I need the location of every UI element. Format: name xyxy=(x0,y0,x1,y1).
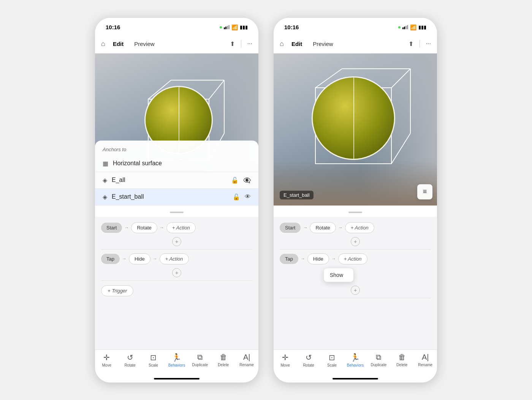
left-toolbar-behaviors[interactable]: 🏃 Behaviors xyxy=(165,353,188,367)
right-rotate-action[interactable]: Rotate xyxy=(310,222,336,233)
left-toolbar-rename[interactable]: A| Rename xyxy=(235,353,258,367)
left-toolbar-rotate[interactable]: ↺ Rotate xyxy=(118,353,141,367)
left-add-row-1: + xyxy=(101,267,252,279)
left-popup-item-0[interactable]: ▦ Horizontal surface xyxy=(95,155,258,172)
right-time: 10:16 xyxy=(284,24,299,30)
behaviors-icon: 🏃 xyxy=(172,353,181,362)
left-home-bar xyxy=(154,378,200,379)
right-hide-action[interactable]: Hide xyxy=(307,253,329,264)
right-behavior-row-0: Start → Rotate → + Action + xyxy=(280,220,431,250)
rename-label: Rename xyxy=(239,363,254,367)
left-toolbar-delete[interactable]: 🗑 Delete xyxy=(212,353,235,367)
right-ball xyxy=(312,76,395,160)
eye-off-icon-0[interactable]: 👁‍🗨 xyxy=(243,177,251,184)
left-popup-item-1[interactable]: ◈ E_all 🔓 👁‍🗨 xyxy=(95,172,258,189)
right-tap-trigger[interactable]: Tap xyxy=(280,254,298,264)
scale-icon: ⊡ xyxy=(150,353,157,362)
left-home-indicator xyxy=(95,375,258,383)
right-status-bar: 10:16 📶 ▮▮▮ xyxy=(274,18,437,35)
right-arrow-2: → xyxy=(301,256,305,261)
left-plus-btn-1[interactable]: + xyxy=(172,268,181,277)
right-share-icon[interactable]: ⬆ xyxy=(408,40,413,47)
eye-icon-1[interactable]: 👁 xyxy=(245,193,251,201)
right-preview-btn[interactable]: Preview xyxy=(310,39,336,49)
list-icon: ≡ xyxy=(423,188,427,196)
right-edit-btn[interactable]: Edit xyxy=(288,39,305,49)
left-edit-btn[interactable]: Edit xyxy=(110,39,127,49)
battery-icon: ▮▮▮ xyxy=(240,24,248,30)
right-signal-dot xyxy=(398,26,401,28)
right-behaviors-icon: 🏃 xyxy=(350,353,360,362)
right-toolbar-behaviors[interactable]: 🏃 Behaviors xyxy=(344,353,367,367)
right-behavior-nodes-0: Start → Rotate → + Action xyxy=(280,220,431,236)
right-add-action-0[interactable]: + Action xyxy=(345,222,374,233)
left-toolbar-scale[interactable]: ⊡ Scale xyxy=(142,353,165,367)
left-popup-panel[interactable]: Anchors to ▦ Horizontal surface ◈ E_all … xyxy=(95,141,258,206)
left-home-icon[interactable]: ⌂ xyxy=(101,40,105,48)
left-ar-viewport[interactable]: Anchors to ▦ Horizontal surface ◈ E_all … xyxy=(95,54,258,206)
left-toolbar-move[interactable]: ✛ Move xyxy=(95,353,118,367)
left-popup-label-0: Horizontal surface xyxy=(113,160,251,167)
right-toolbar-scale[interactable]: ⊡ Scale xyxy=(320,353,344,367)
right-rotate-label: Rotate xyxy=(303,363,314,367)
left-popup-label-1: E_all xyxy=(112,177,226,183)
right-signal-bars xyxy=(402,25,408,29)
left-add-action-1[interactable]: + Action xyxy=(160,253,189,264)
svg-line-8 xyxy=(391,69,410,88)
left-hide-action[interactable]: Hide xyxy=(129,253,150,264)
left-popup-actions-2: 🔓 👁 xyxy=(233,193,251,201)
left-add-trigger-btn[interactable]: + Trigger xyxy=(101,285,133,296)
left-start-trigger[interactable]: Start xyxy=(101,223,122,233)
right-ball-line xyxy=(353,77,354,159)
arrow-0: → xyxy=(124,225,129,230)
signal-dot-icon xyxy=(220,26,222,28)
right-add-action-1[interactable]: + Action xyxy=(338,253,367,264)
right-start-trigger[interactable]: Start xyxy=(280,223,301,233)
right-toolbar-rename[interactable]: A| Rename xyxy=(414,353,437,367)
right-list-btn[interactable]: ≡ xyxy=(417,184,432,199)
right-duplicate-icon: ⧉ xyxy=(376,353,381,362)
left-add-row-0: + xyxy=(101,236,252,248)
signal-bars-icon xyxy=(224,25,230,29)
right-scale-label: Scale xyxy=(327,363,337,367)
right-dropdown-show[interactable]: Show xyxy=(324,268,353,282)
right-arrow-3: → xyxy=(331,256,336,261)
left-nav-right: ⬆ ··· xyxy=(230,40,252,47)
right-toolbar-move[interactable]: ✛ Move xyxy=(274,353,297,367)
lock-icon-1[interactable]: 🔓 xyxy=(233,193,240,201)
right-dropdown[interactable]: Show xyxy=(323,268,354,282)
right-delete-icon: 🗑 xyxy=(398,353,406,362)
lock-icon-0[interactable]: 🔓 xyxy=(231,177,239,184)
duplicate-label: Duplicate xyxy=(192,363,208,367)
right-plus-btn-0[interactable]: + xyxy=(351,237,360,246)
left-tap-trigger[interactable]: Tap xyxy=(101,254,120,264)
right-toolbar-duplicate[interactable]: ⧉ Duplicate xyxy=(367,353,390,367)
rotate-icon: ↺ xyxy=(127,353,133,362)
left-plus-btn-0[interactable]: + xyxy=(172,237,181,246)
left-popup-item-2[interactable]: ◈ E_start_ball 🔓 👁 xyxy=(95,189,258,206)
left-preview-btn[interactable]: Preview xyxy=(131,39,157,49)
left-rotate-action[interactable]: Rotate xyxy=(131,222,157,233)
left-bottom-panel: Start → Rotate → + Action + xyxy=(95,217,258,349)
right-arrow-1: → xyxy=(338,225,343,230)
left-add-action-0[interactable]: + Action xyxy=(166,222,196,233)
left-share-icon[interactable]: ⬆ xyxy=(230,40,235,47)
left-more-icon[interactable]: ··· xyxy=(247,40,252,47)
left-status-bar: 10:16 📶 ▮▮▮ xyxy=(95,18,258,35)
right-behavior-nodes-1: Tap → Hide → + Action xyxy=(280,251,431,267)
arrow-2: → xyxy=(122,256,127,261)
left-toolbar-duplicate[interactable]: ⧉ Duplicate xyxy=(188,353,212,367)
right-plus-btn-1[interactable]: + xyxy=(351,286,360,295)
right-home-icon[interactable]: ⌂ xyxy=(280,40,284,48)
right-toolbar-delete[interactable]: 🗑 Delete xyxy=(390,353,413,367)
right-nav-divider xyxy=(420,40,420,47)
svg-line-11 xyxy=(391,133,410,164)
left-behavior-row-1: Tap → Hide → + Action + xyxy=(101,251,252,281)
right-ar-viewport[interactable]: E_start_ball ≡ xyxy=(274,54,437,206)
right-move-icon: ✛ xyxy=(282,353,288,362)
right-move-label: Move xyxy=(280,363,290,367)
right-more-icon[interactable]: ··· xyxy=(426,40,431,47)
right-home-indicator xyxy=(274,375,437,383)
move-label: Move xyxy=(102,363,111,367)
right-toolbar-rotate[interactable]: ↺ Rotate xyxy=(297,353,320,367)
